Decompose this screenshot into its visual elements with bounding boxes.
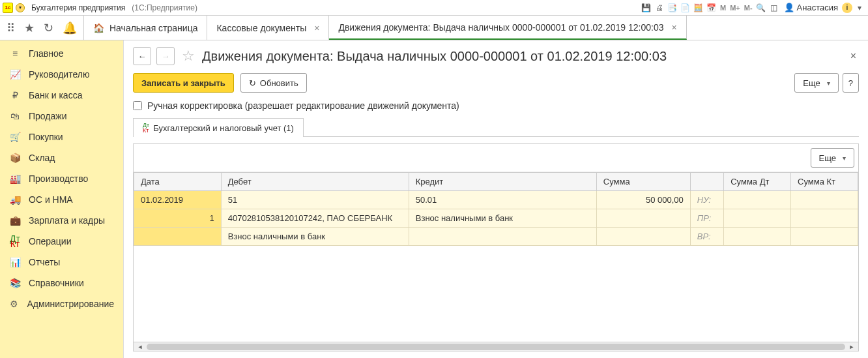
calendar-icon[interactable]: 📅 bbox=[706, 2, 717, 14]
sidebar: ≡Главное 📈Руководителю ₽Банк и касса 🛍Пр… bbox=[0, 40, 124, 358]
cell-empty bbox=[134, 228, 222, 246]
page-title: Движения документа: Выдача наличных 0000… bbox=[202, 49, 667, 64]
save-close-button[interactable]: Записать и закрыть bbox=[133, 73, 234, 93]
table-row[interactable]: 1 40702810538120107242, ПАО СБЕРБАНК Взн… bbox=[134, 209, 858, 228]
col-debit[interactable]: Дебет bbox=[221, 173, 409, 191]
sidebar-item-main[interactable]: ≡Главное bbox=[0, 43, 123, 64]
sidebar-item-label: Администрирование bbox=[27, 299, 115, 309]
col-date[interactable]: Дата bbox=[134, 173, 222, 191]
app-name: Бухгалтерия предприятия bbox=[31, 3, 125, 12]
list-icon: ≡ bbox=[9, 48, 21, 59]
manual-edit-checkbox[interactable] bbox=[133, 101, 142, 110]
tab-cash-documents[interactable]: Кассовые документы × bbox=[207, 16, 329, 40]
cell-debit: 51 bbox=[221, 191, 409, 209]
manual-edit-label: Ручная корректировка (разрешает редактир… bbox=[147, 100, 459, 111]
memory-m[interactable]: M bbox=[719, 4, 727, 12]
col-sum-dt[interactable]: Сумма Дт bbox=[724, 173, 791, 191]
tab-label: Кассовые документы bbox=[216, 23, 306, 33]
cell-sum-dt bbox=[724, 209, 791, 228]
star-icon[interactable]: ★ bbox=[24, 21, 35, 35]
table-row[interactable]: Взнос наличными в банк ВР: bbox=[134, 228, 858, 246]
forward-button[interactable]: → bbox=[156, 47, 175, 65]
memory-m-minus[interactable]: M- bbox=[743, 4, 754, 12]
sidebar-item-label: Операции bbox=[29, 236, 72, 246]
history-icon[interactable]: ↻ bbox=[44, 21, 53, 35]
cell-label: НУ: bbox=[690, 191, 723, 209]
cell-sum-dt bbox=[724, 228, 791, 246]
platform-name: (1С:Предприятие) bbox=[132, 3, 197, 12]
sidebar-item-label: Производство bbox=[29, 173, 88, 184]
more-button[interactable]: Еще bbox=[794, 73, 838, 93]
user-name: Анастасия bbox=[797, 3, 838, 12]
sidebar-item-manager[interactable]: 📈Руководителю bbox=[0, 64, 123, 85]
favorite-button[interactable]: ☆ bbox=[180, 48, 197, 65]
sidebar-item-reports[interactable]: 📊Отчеты bbox=[0, 252, 123, 273]
table-row[interactable]: 01.02.2019 51 50.01 50 000,00 НУ: bbox=[134, 191, 858, 209]
logo-1c-icon: 1c bbox=[3, 3, 13, 13]
cell-n: 1 bbox=[134, 209, 222, 228]
scroll-thumb[interactable] bbox=[147, 344, 845, 350]
col-credit[interactable]: Кредит bbox=[409, 173, 596, 191]
cell-debit: Взнос наличными в банк bbox=[221, 228, 409, 246]
cell-debit: 40702810538120107242, ПАО СБЕРБАНК bbox=[221, 209, 409, 228]
horizontal-scrollbar[interactable]: ◄ ► bbox=[134, 342, 858, 351]
cell-sum-kt bbox=[791, 228, 858, 246]
close-page-button[interactable]: × bbox=[848, 48, 859, 65]
tab-row: ⠿ ★ ↻ 🔔 🏠 Начальная страница Кассовые до… bbox=[0, 16, 868, 40]
sidebar-item-label: Покупки bbox=[29, 132, 63, 142]
bell-icon[interactable]: 🔔 bbox=[63, 21, 77, 35]
subtab-accounting[interactable]: ДтКт Бухгалтерский и налоговый учет (1) bbox=[133, 118, 304, 137]
app-menu-dropdown[interactable]: ▾ bbox=[16, 3, 25, 12]
sidebar-item-catalogs[interactable]: 📚Справочники bbox=[0, 273, 123, 293]
document-icon[interactable]: 📄 bbox=[680, 2, 691, 14]
sidebar-item-purchases[interactable]: 🛒Покупки bbox=[0, 127, 123, 147]
col-label[interactable] bbox=[690, 173, 723, 191]
accounting-table: Дата Дебет Кредит Сумма Сумма Дт Сумма К… bbox=[134, 172, 858, 246]
panels-icon[interactable]: ◫ bbox=[768, 2, 780, 14]
sidebar-item-admin[interactable]: ⚙Администрирование bbox=[0, 293, 123, 314]
cell-sum-kt bbox=[791, 191, 858, 209]
table-header-row: Дата Дебет Кредит Сумма Сумма Дт Сумма К… bbox=[134, 173, 858, 191]
dtkt-icon: ДтКт bbox=[143, 123, 149, 133]
info-dropdown[interactable]: ▾ bbox=[854, 2, 865, 14]
col-sum-kt[interactable]: Сумма Кт bbox=[791, 173, 858, 191]
cell-credit bbox=[409, 228, 596, 246]
sidebar-item-bank[interactable]: ₽Банк и касса bbox=[0, 85, 123, 106]
refresh-button[interactable]: ↻ Обновить bbox=[240, 73, 307, 93]
close-icon[interactable]: × bbox=[314, 23, 319, 33]
sidebar-item-operations[interactable]: ДтКтОперации bbox=[0, 231, 123, 252]
print-icon[interactable]: 🖨 bbox=[654, 2, 665, 14]
sidebar-item-salary[interactable]: 💼Зарплата и кадры bbox=[0, 210, 123, 231]
cart-icon: 🛒 bbox=[9, 132, 21, 142]
sidebar-item-label: Отчеты bbox=[29, 257, 60, 267]
scroll-left-icon[interactable]: ◄ bbox=[135, 342, 145, 351]
books-icon: 📚 bbox=[9, 278, 21, 288]
tab-home[interactable]: 🏠 Начальная страница bbox=[84, 16, 207, 40]
tab-home-label: Начальная страница bbox=[109, 23, 197, 33]
grid-more-button[interactable]: Еще bbox=[811, 148, 854, 168]
calculator-icon[interactable]: 🧮 bbox=[693, 2, 704, 14]
sidebar-item-warehouse[interactable]: 📦Склад bbox=[0, 147, 123, 168]
close-icon[interactable]: × bbox=[672, 22, 677, 33]
memory-m-plus[interactable]: M+ bbox=[729, 4, 742, 12]
tab-document-movements[interactable]: Движения документа: Выдача наличных 0000… bbox=[329, 16, 686, 40]
reports-icon: 📊 bbox=[9, 257, 21, 267]
box-icon: 📦 bbox=[9, 153, 21, 163]
compare-icon[interactable]: 📑 bbox=[667, 2, 678, 14]
sidebar-item-production[interactable]: 🏭Производство bbox=[0, 168, 123, 189]
back-button[interactable]: ← bbox=[133, 47, 151, 65]
sidebar-item-sales[interactable]: 🛍Продажи bbox=[0, 106, 123, 127]
sidebar-item-label: Главное bbox=[29, 48, 64, 59]
search-icon[interactable]: 🔍 bbox=[755, 2, 767, 14]
cell-sum: 50 000,00 bbox=[596, 191, 690, 209]
info-icon[interactable]: i bbox=[842, 3, 852, 13]
scroll-right-icon[interactable]: ► bbox=[846, 342, 857, 351]
save-icon[interactable]: 💾 bbox=[641, 2, 652, 14]
sidebar-item-assets[interactable]: 🚚ОС и НМА bbox=[0, 189, 123, 210]
gear-icon: ⚙ bbox=[9, 299, 20, 309]
apps-grid-icon[interactable]: ⠿ bbox=[7, 21, 15, 35]
help-button[interactable]: ? bbox=[843, 73, 859, 93]
cell-sum-kt bbox=[791, 209, 858, 228]
col-sum[interactable]: Сумма bbox=[596, 173, 690, 191]
user-block[interactable]: 👤 Анастасия bbox=[781, 3, 841, 12]
